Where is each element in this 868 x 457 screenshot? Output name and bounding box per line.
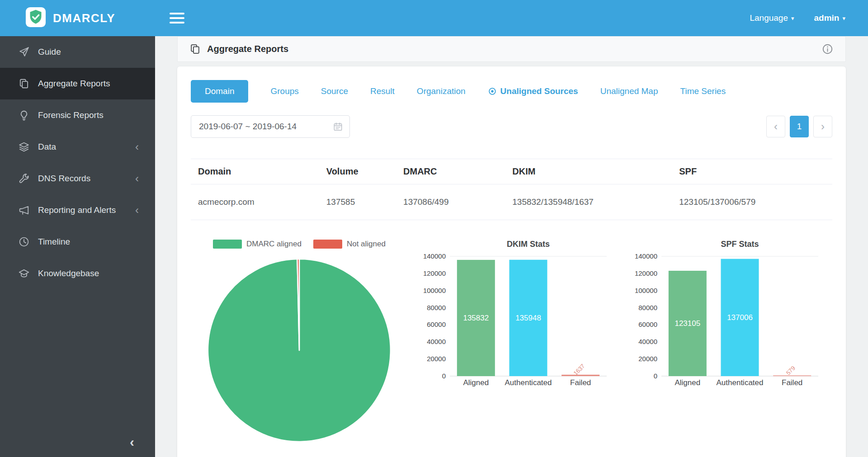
tab-domain[interactable]: Domain: [191, 80, 248, 103]
column-header-domain: Domain: [191, 159, 319, 184]
svg-text:140000: 140000: [423, 252, 446, 260]
controls-row: 2019-06-07 ~ 2019-06-14 ‹ 1 ›: [191, 115, 832, 138]
sidebar-item-reporting-and-alerts[interactable]: Reporting and Alerts‹: [0, 194, 155, 226]
brand[interactable]: DMARCLY: [0, 7, 155, 29]
sidebar-item-label: Timeline: [38, 237, 70, 247]
svg-text:0: 0: [442, 372, 446, 380]
pagination: ‹ 1 ›: [766, 116, 832, 137]
svg-text:20000: 20000: [638, 355, 657, 363]
hamburger-menu-icon[interactable]: [167, 10, 187, 26]
dkim-stats-chart: 0200004000060000800001000001200001400001…: [411, 250, 610, 387]
table-cell: 135832/135948/1637: [505, 184, 672, 220]
pagination-page-1-button[interactable]: 1: [790, 116, 809, 137]
svg-text:40000: 40000: [427, 338, 446, 345]
target-icon: [488, 87, 497, 96]
spf-chart-title: SPF Stats: [623, 238, 822, 250]
tab-source[interactable]: Source: [321, 86, 348, 96]
sidebar-item-dns-records[interactable]: DNS Records‹: [0, 163, 155, 194]
svg-text:1637: 1637: [572, 363, 586, 377]
tab-organization[interactable]: Organization: [417, 86, 466, 96]
sidebar-item-label: Guide: [38, 47, 61, 57]
sidebar-item-guide[interactable]: Guide: [0, 36, 155, 68]
tab-unaligned-sources[interactable]: Unaligned Sources: [488, 86, 578, 96]
info-icon[interactable]: [821, 43, 834, 55]
brand-shield-icon: [25, 7, 46, 29]
spf-stats-block: SPF Stats 020000400006000080000100000120…: [623, 238, 822, 387]
dmarc-alignment-pie-chart: [205, 256, 393, 444]
svg-text:123105: 123105: [675, 319, 700, 328]
sidebar-item-timeline[interactable]: Timeline: [0, 226, 155, 258]
spf-stats-chart: 0200004000060000800001000001200001400001…: [623, 250, 822, 387]
user-dropdown[interactable]: admin ▾: [814, 13, 845, 23]
svg-text:120000: 120000: [635, 269, 657, 277]
guide-icon: [18, 46, 30, 58]
table-cell: acmecorp.com: [191, 184, 319, 220]
tab-result[interactable]: Result: [370, 86, 395, 96]
chevron-left-icon: ‹: [135, 173, 139, 184]
sidebar-nav: GuideAggregate ReportsForensic ReportsDa…: [0, 36, 155, 427]
sidebar: GuideAggregate ReportsForensic ReportsDa…: [0, 36, 155, 457]
chevron-down-icon: ▾: [791, 15, 794, 21]
tab-label: Organization: [417, 86, 466, 96]
svg-text:60000: 60000: [427, 320, 446, 328]
column-header-spf: SPF: [672, 159, 832, 184]
tab-unaligned-map[interactable]: Unaligned Map: [600, 86, 658, 96]
column-header-dmarc: DMARC: [396, 159, 505, 184]
language-dropdown[interactable]: Language ▾: [750, 13, 794, 23]
dkim-chart-title: DKIM Stats: [411, 238, 610, 250]
page-header-bar: Aggregate Reports: [177, 36, 846, 62]
username-label: admin: [814, 13, 840, 23]
svg-text:137006: 137006: [727, 313, 753, 322]
tab-label: Unaligned Map: [600, 86, 658, 96]
data-icon: [18, 141, 30, 153]
tab-label: Unaligned Sources: [500, 86, 578, 96]
aggregate-report-table: DomainVolumeDMARCDKIMSPF acmecorp.com137…: [191, 159, 832, 220]
svg-text:0: 0: [654, 372, 657, 380]
chevron-left-icon: ‹: [135, 205, 139, 216]
dkim-stats-block: DKIM Stats 02000040000600008000010000012…: [411, 238, 610, 387]
svg-text:Failed: Failed: [570, 378, 591, 387]
date-range-picker[interactable]: 2019-06-07 ~ 2019-06-14: [191, 115, 350, 138]
legend-label: DMARC aligned: [246, 240, 302, 249]
svg-text:Aligned: Aligned: [463, 378, 489, 387]
svg-text:20000: 20000: [427, 355, 446, 363]
svg-text:Aligned: Aligned: [675, 378, 700, 387]
pie-legend: DMARC aligned Not aligned: [213, 238, 386, 250]
sidebar-item-label: Reporting and Alerts: [38, 205, 116, 215]
chevron-right-icon: ›: [821, 120, 825, 133]
svg-text:80000: 80000: [638, 304, 657, 311]
tab-groups[interactable]: Groups: [270, 86, 298, 96]
collapse-sidebar-button[interactable]: ‹: [0, 427, 155, 457]
pagination-prev-button[interactable]: ‹: [766, 116, 785, 137]
column-header-dkim: DKIM: [505, 159, 672, 184]
sidebar-item-label: DNS Records: [38, 174, 90, 184]
svg-text:80000: 80000: [427, 304, 446, 311]
sidebar-item-label: Forensic Reports: [38, 110, 104, 120]
reporting-alerts-icon: [18, 204, 30, 216]
table-cell: 137585: [319, 184, 396, 220]
svg-text:Authenticated: Authenticated: [505, 378, 552, 387]
timeline-icon: [18, 236, 30, 248]
dmarc-alignment-pie-block: DMARC aligned Not aligned: [191, 238, 408, 444]
legend-item-aligned: DMARC aligned: [213, 240, 302, 249]
sidebar-item-forensic-reports[interactable]: Forensic Reports: [0, 99, 155, 131]
column-header-volume: Volume: [319, 159, 396, 184]
svg-text:100000: 100000: [635, 287, 657, 294]
sidebar-item-label: Data: [38, 142, 56, 152]
sidebar-item-aggregate-reports[interactable]: Aggregate Reports: [0, 68, 155, 99]
legend-swatch-aligned: [213, 240, 242, 249]
svg-text:579: 579: [785, 365, 797, 377]
sidebar-item-label: Aggregate Reports: [38, 79, 110, 89]
tab-time-series[interactable]: Time Series: [680, 86, 726, 96]
tab-label: Result: [370, 86, 395, 96]
sidebar-item-data[interactable]: Data‹: [0, 131, 155, 163]
report-tabs: DomainGroupsSourceResultOrganizationUnal…: [191, 80, 832, 103]
pagination-next-button[interactable]: ›: [813, 116, 832, 137]
dns-records-icon: [18, 173, 30, 184]
tab-label: Source: [321, 86, 348, 96]
tab-label: Domain: [205, 86, 234, 96]
legend-item-not-aligned: Not aligned: [313, 240, 386, 249]
tab-label: Groups: [270, 86, 298, 96]
sidebar-item-knowledgebase[interactable]: Knowledgebase: [0, 258, 155, 289]
svg-text:140000: 140000: [635, 252, 657, 260]
